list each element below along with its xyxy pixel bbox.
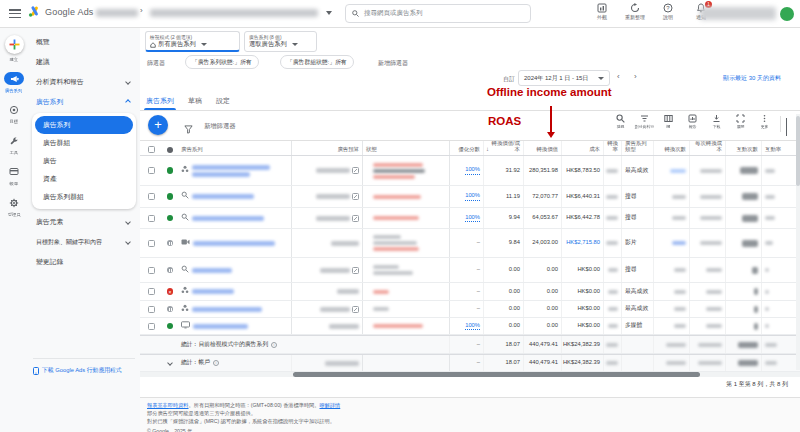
- budget-value-redacted[interactable]: [292, 156, 363, 185]
- reports-button[interactable]: 報告: [682, 114, 703, 129]
- status-removed-icon[interactable]: ×: [167, 288, 174, 295]
- campaign-name-redacted[interactable]: [178, 156, 292, 185]
- col-header-conv-value-per-cost[interactable]: ↓轉換價值/成本: [484, 141, 524, 155]
- edit-pencil-icon[interactable]: [352, 167, 359, 174]
- edit-pencil-icon[interactable]: [352, 193, 359, 200]
- budget-value-redacted[interactable]: [292, 186, 363, 207]
- status-paused-icon[interactable]: [167, 306, 174, 313]
- col-header-campaign-type[interactable]: 廣告系列類型: [622, 141, 654, 155]
- budget-value-redacted[interactable]: [292, 258, 363, 282]
- opt-score-link[interactable]: 100%: [465, 322, 480, 330]
- col-header-budget[interactable]: 廣告預算: [292, 141, 363, 155]
- budget-value-redacted[interactable]: [292, 208, 363, 228]
- status-enabled-dot[interactable]: [167, 193, 174, 200]
- opt-score-link[interactable]: 100%: [465, 214, 480, 222]
- footer-report-link[interactable]: 報表並非即時資料: [147, 402, 189, 408]
- create-button[interactable]: 建立: [5, 35, 24, 62]
- horizontal-scroll-thumb[interactable]: [293, 372, 700, 377]
- campaign-name-redacted[interactable]: [178, 283, 292, 300]
- row-checkbox[interactable]: [140, 301, 162, 317]
- campaign-name-redacted[interactable]: [178, 208, 292, 228]
- subnav-campaigns[interactable]: 廣告系列: [35, 116, 133, 134]
- status-paused-icon[interactable]: [167, 240, 174, 247]
- select-all-checkbox[interactable]: [140, 141, 162, 155]
- row-checkbox[interactable]: [140, 258, 162, 282]
- total-row-expander[interactable]: [162, 355, 178, 371]
- status-enabled-dot[interactable]: [167, 167, 174, 174]
- row-checkbox[interactable]: [140, 186, 162, 207]
- main-menu-icon[interactable]: [9, 9, 21, 19]
- campaign-name-redacted[interactable]: [178, 301, 292, 317]
- cost-cell[interactable]: HK$2,715.80: [562, 229, 604, 257]
- footer-learn-more-link[interactable]: 瞭解詳情: [320, 402, 341, 408]
- nav-item-ad-elements[interactable]: 廣告元素: [28, 212, 140, 232]
- subnav-ad-groups[interactable]: 廣告群組: [35, 134, 133, 152]
- download-mobile-app-link[interactable]: 下載 Google Ads 行動應用程式: [33, 358, 135, 375]
- campaign-name-redacted[interactable]: [178, 258, 292, 282]
- subnav-assets[interactable]: 資產: [35, 170, 133, 188]
- col-header-conv-rate[interactable]: 轉換率: [604, 141, 622, 155]
- subnav-ads[interactable]: 廣告: [35, 152, 133, 170]
- vertical-scrollbar[interactable]: [796, 114, 800, 370]
- rail-item-tools[interactable]: 工具: [4, 134, 24, 155]
- edit-pencil-icon[interactable]: [352, 215, 359, 222]
- col-header-interaction-rate[interactable]: 互動率: [762, 141, 800, 155]
- nav-item-campaigns-section[interactable]: 廣告系列: [28, 92, 140, 112]
- tab-drafts[interactable]: 草稿: [188, 92, 202, 110]
- budget-value-redacted[interactable]: [292, 301, 363, 317]
- account-switcher-caret[interactable]: [326, 11, 332, 15]
- add-campaign-button[interactable]: +: [148, 115, 168, 135]
- col-header-interactions[interactable]: 互動次數: [726, 141, 762, 155]
- columns-button[interactable]: 欄: [658, 114, 679, 129]
- view-mode-select[interactable]: 檢視模式 (2 個選項) 所有廣告系列: [145, 31, 240, 52]
- segment-button[interactable]: 劃分資料行: [634, 114, 655, 129]
- tab-campaigns[interactable]: 廣告系列: [146, 92, 174, 110]
- toolbar-add-filter[interactable]: 新增篩選器: [204, 122, 235, 131]
- date-range-select[interactable]: 2024年 12月 1 日 - 15日: [518, 70, 610, 86]
- account-name-redacted[interactable]: [96, 9, 138, 17]
- refresh-button[interactable]: 重新整理: [623, 3, 647, 20]
- nav-item-change-history[interactable]: 變更記錄: [28, 252, 140, 272]
- filter-funnel-icon[interactable]: [184, 120, 193, 138]
- info-icon[interactable]: i: [271, 342, 277, 348]
- col-header-opt-score[interactable]: 優化分數: [450, 141, 484, 155]
- col-header-status[interactable]: 狀態: [363, 141, 450, 155]
- col-header-cost-per-conv[interactable]: 每次轉換成本: [690, 141, 726, 155]
- profile-info-redacted[interactable]: [700, 7, 776, 20]
- col-header-cost[interactable]: 成本: [562, 141, 604, 155]
- date-next-button[interactable]: ›: [634, 72, 637, 81]
- avatar[interactable]: [780, 7, 794, 21]
- show-last-30-days-link[interactable]: 顯示最近 30 天的資料: [723, 74, 781, 83]
- download-button[interactable]: 下載: [706, 114, 727, 129]
- more-button[interactable]: 更多: [754, 114, 775, 129]
- rail-item-goals[interactable]: 目標: [4, 103, 24, 124]
- status-paused-icon[interactable]: [167, 267, 174, 274]
- rail-item-billing[interactable]: 帳單: [4, 165, 24, 186]
- help-button[interactable]: ? 說明: [656, 3, 680, 20]
- campaign-select[interactable]: 廣告系列 (8 個) 選取廣告系列: [244, 31, 317, 52]
- edit-pencil-icon[interactable]: [352, 267, 359, 274]
- filter-chip-campaign-status[interactable]: 「廣告系列狀態:」所有: [185, 55, 259, 69]
- campaign-name-redacted[interactable]: [178, 229, 292, 257]
- nav-item-insights-reports[interactable]: 分析資料和報告: [28, 72, 140, 92]
- edit-pencil-icon[interactable]: [352, 306, 359, 313]
- appearance-button[interactable]: 外觀: [590, 3, 614, 20]
- budget-value-redacted[interactable]: [292, 283, 363, 300]
- rail-item-admin[interactable]: 管理員: [4, 196, 24, 217]
- horizontal-scrollbar[interactable]: [140, 372, 800, 377]
- search-table-button[interactable]: 搜尋: [610, 114, 631, 129]
- opt-score-link[interactable]: 100%: [465, 192, 480, 200]
- rail-item-campaigns[interactable]: 廣告系列: [4, 72, 24, 93]
- col-header-conversions[interactable]: 轉換次數: [654, 141, 690, 155]
- campaign-name-redacted[interactable]: [178, 186, 292, 207]
- row-checkbox[interactable]: [140, 318, 162, 334]
- nav-item-overview[interactable]: 概覽: [28, 32, 140, 52]
- collapse-toolbar-chevron[interactable]: [786, 118, 789, 136]
- info-icon[interactable]: i: [213, 360, 219, 366]
- col-header-campaign[interactable]: 廣告系列: [178, 141, 292, 155]
- vertical-scroll-thumb[interactable]: [796, 116, 800, 186]
- nav-item-audiences-keywords[interactable]: 目標對象、關鍵字和內容: [28, 232, 140, 252]
- status-enabled-dot[interactable]: [167, 323, 174, 330]
- nav-item-recommendations[interactable]: 建議: [28, 52, 140, 72]
- row-checkbox[interactable]: [140, 156, 162, 185]
